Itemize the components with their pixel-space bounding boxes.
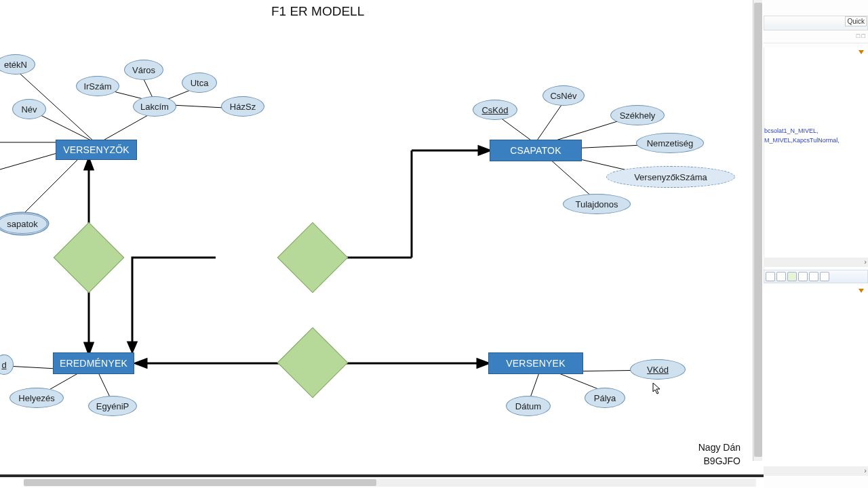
side-scrollbar-1[interactable]: › — [764, 258, 868, 267]
attr-vkod-label: VKód — [647, 365, 669, 375]
attr-csnev[interactable]: CsNév — [542, 85, 585, 106]
attr-cskod[interactable]: CsKód — [473, 100, 517, 120]
svg-marker-30 — [128, 342, 136, 352]
attr-sapatok[interactable]: sapatok — [0, 214, 47, 234]
collapse-icon[interactable] — [859, 50, 864, 54]
attr-vkod[interactable]: VKód — [630, 359, 686, 380]
relationship-diamond-1[interactable] — [54, 222, 125, 293]
tool-icon-1[interactable] — [766, 272, 775, 281]
attr-szekhely[interactable]: Székhely — [610, 105, 665, 125]
attr-varos[interactable]: Város — [124, 60, 163, 80]
side-code-line1: bcsolat1_N_MIVEL, — [764, 127, 818, 134]
side-toolbar-2[interactable] — [764, 270, 868, 283]
attr-palya[interactable]: Pálya — [585, 388, 625, 408]
attr-egyenip[interactable]: EgyéniP — [88, 396, 137, 416]
svg-marker-23 — [85, 159, 93, 169]
attr-datum[interactable]: Dátum — [506, 396, 551, 416]
tool-icon-3[interactable] — [787, 272, 797, 281]
tool-icon-6[interactable] — [820, 272, 829, 281]
attr-versenyzokszama[interactable]: VersenyzőkSzáma — [606, 166, 735, 188]
attr-lakcim[interactable]: Lakcím — [133, 96, 176, 117]
attr-utca[interactable]: Utca — [182, 73, 217, 93]
side-code-line2: M_MIVEL,KapcsTulNormal, — [764, 137, 840, 144]
attr-etekN[interactable]: etékN — [0, 54, 35, 75]
entity-versenyek[interactable]: VERSENYEK — [488, 352, 583, 374]
svg-line-11 — [536, 103, 563, 142]
quick-search-box[interactable]: Quick — [845, 16, 867, 26]
attr-nev[interactable]: Név — [12, 99, 46, 119]
attr-cskod-label: CsKód — [481, 105, 508, 115]
diagram-canvas[interactable]: F1 ER MODELL — [0, 0, 753, 488]
relationship-diamond-2[interactable] — [277, 222, 349, 293]
vertical-scrollbar-thumb[interactable] — [754, 3, 762, 457]
tool-icon-5[interactable] — [809, 272, 818, 281]
attr-helyezes[interactable]: Helyezés — [9, 388, 64, 408]
entity-eredmenyek[interactable]: EREDMÉNYEK — [53, 352, 134, 374]
entity-csapatok[interactable]: CSAPATOK — [490, 140, 582, 161]
vertical-scrollbar[interactable] — [753, 0, 762, 461]
footer-line2: B9GJFO — [704, 455, 741, 466]
mouse-cursor-icon — [652, 382, 662, 394]
tool-icon-2[interactable] — [776, 272, 786, 281]
footer-line1: Nagy Dán — [698, 442, 741, 453]
horizontal-scrollbar[interactable] — [24, 479, 756, 487]
svg-marker-34 — [477, 359, 488, 367]
svg-line-15 — [549, 159, 593, 198]
bottom-border — [0, 474, 766, 477]
svg-marker-32 — [136, 359, 146, 367]
relationship-diamond-3[interactable] — [277, 327, 349, 399]
attr-tulajdonos[interactable]: Tulajdonos — [563, 194, 631, 214]
horizontal-scrollbar-thumb[interactable] — [24, 479, 376, 486]
side-code-panel[interactable]: bcsolat1_N_MIVEL, M_MIVEL,KapcsTulNormal… — [764, 47, 868, 271]
side-app-subbar: □ □ — [764, 33, 868, 43]
collapse-icon-2[interactable] — [859, 289, 864, 293]
attr-irszam[interactable]: IrSzám — [76, 76, 119, 96]
diagram-title: F1 ER MODELL — [271, 4, 364, 19]
side-panel-2[interactable] — [764, 286, 868, 476]
tool-icon-4[interactable] — [798, 272, 808, 281]
side-scrollbar-2[interactable]: › — [764, 466, 868, 476]
svg-marker-29 — [479, 146, 490, 155]
side-application-panel: Quick □ □ bcsolat1_N_MIVEL, M_MIVEL,Kapc… — [764, 0, 868, 488]
attr-d-truncated[interactable]: d — [0, 354, 14, 375]
attr-d-label: d — [1, 360, 6, 370]
attr-nemzetiseg[interactable]: Nemzetiség — [636, 133, 704, 153]
attr-hazsz[interactable]: HázSz — [221, 96, 264, 117]
entity-versenyzok[interactable]: VERSENYZŐK — [56, 140, 137, 160]
